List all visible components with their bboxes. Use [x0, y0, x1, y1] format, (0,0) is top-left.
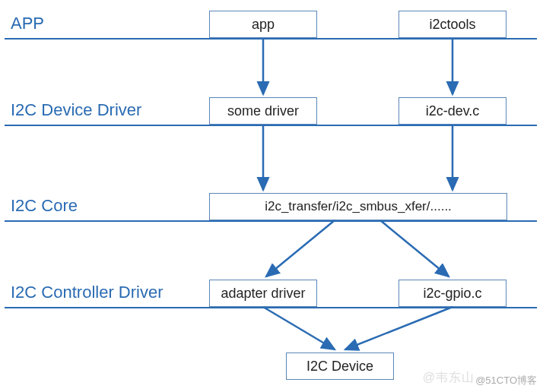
- layer-label-app: APP: [11, 14, 44, 33]
- node-i2c-dev-c: i2c-dev.c: [399, 97, 506, 125]
- arrow-adapter-to-device: [263, 307, 335, 349]
- layer-divider-core: [5, 220, 537, 222]
- watermark-main: @51CTO博客: [475, 374, 537, 387]
- arrow-core-to-gpio: [380, 220, 449, 277]
- layer-divider-controller: [5, 307, 537, 308]
- layer-divider-driver: [5, 125, 537, 126]
- arrow-gpio-to-device: [345, 307, 452, 349]
- layer-divider-app: [5, 38, 537, 40]
- node-some-driver: some driver: [209, 97, 317, 125]
- node-app: app: [209, 11, 317, 38]
- node-adapter-driver: adapter driver: [209, 280, 317, 307]
- node-i2ctools: i2ctools: [399, 11, 506, 38]
- node-i2c-gpio-c: i2c-gpio.c: [399, 280, 506, 307]
- node-i2c-device: I2C Device: [286, 352, 394, 380]
- layer-label-driver: I2C Device Driver: [11, 100, 141, 120]
- layer-label-controller: I2C Controller Driver: [11, 283, 164, 302]
- arrow-core-to-adapter: [266, 220, 335, 277]
- node-i2c-core: i2c_transfer/i2c_smbus_xfer/......: [209, 193, 507, 220]
- layer-label-core: I2C Core: [11, 196, 78, 216]
- watermark-faint: @韦东山: [423, 370, 475, 386]
